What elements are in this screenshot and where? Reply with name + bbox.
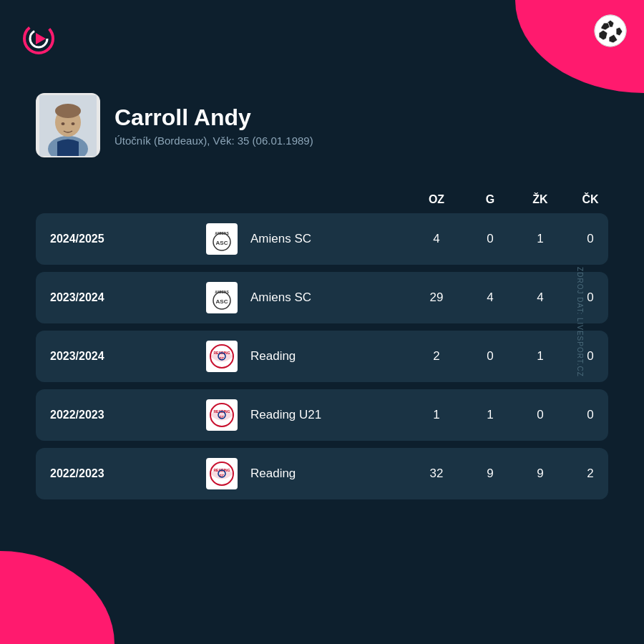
stat-ck: 0 <box>565 349 615 364</box>
player-name: Carroll Andy <box>114 104 313 131</box>
stat-g: 4 <box>465 291 515 305</box>
header-ck: ČK <box>565 193 615 206</box>
club-logo-reading-3: READING FC <box>206 458 238 489</box>
club-logo-amiens-2: AMIENS ASC <box>206 282 238 313</box>
stat-oz: 4 <box>408 232 465 246</box>
livesport-logo <box>20 20 57 57</box>
stat-oz: 2 <box>408 349 465 364</box>
season-label: 2023/2024 <box>50 291 193 304</box>
stat-oz: 29 <box>408 291 465 305</box>
header-logo <box>193 193 250 206</box>
stat-zk: 1 <box>515 232 565 246</box>
club-name: Reading <box>250 467 408 481</box>
stats-table: OZ G ŽK ČK 2024/2025 AMIENS ASC Amiens S… <box>36 193 608 507</box>
stat-zk: 1 <box>515 349 565 364</box>
stat-ck: 0 <box>565 291 615 305</box>
svg-marker-9 <box>36 33 46 44</box>
stat-oz: 1 <box>408 408 465 422</box>
header-oz: OZ <box>408 193 465 206</box>
club-logo-cell: READING FC <box>193 458 250 489</box>
header-g: G <box>465 193 515 206</box>
club-logo-reading-1: READING FC <box>206 341 238 372</box>
source-attribution: ZDROJ DAT: LIVESPORT.CZ <box>577 267 585 377</box>
svg-text:ASC: ASC <box>216 240 228 246</box>
club-name: Amiens SC <box>250 291 408 305</box>
season-label: 2022/2023 <box>50 467 193 480</box>
club-logo-amiens-1: AMIENS ASC <box>206 223 238 255</box>
table-row: 2023/2024 AMIENS ASC Amiens SC 29 4 4 0 <box>36 272 608 323</box>
season-label: 2023/2024 <box>50 350 193 363</box>
season-label: 2022/2023 <box>50 409 193 421</box>
bottom-left-decoration <box>0 551 114 644</box>
club-logo-reading-2: READING FC <box>206 399 238 431</box>
stat-ck: 0 <box>565 232 615 246</box>
stat-g: 0 <box>465 349 515 364</box>
header-zk: ŽK <box>515 193 565 206</box>
player-info: Carroll Andy Útočník (Bordeaux), Věk: 35… <box>114 104 313 146</box>
table-row: 2023/2024 READING FC Reading 2 0 1 0 <box>36 331 608 382</box>
stat-ck: 2 <box>565 467 615 481</box>
stat-g: 0 <box>465 232 515 246</box>
stat-oz: 32 <box>408 467 465 481</box>
player-header: Carroll Andy Útočník (Bordeaux), Věk: 35… <box>36 93 313 157</box>
svg-rect-20 <box>208 283 236 312</box>
table-row: 2024/2025 AMIENS ASC Amiens SC 4 0 1 0 <box>36 213 608 265</box>
club-logo-cell: AMIENS ASC <box>193 282 250 313</box>
svg-point-13 <box>55 104 81 118</box>
club-name: Reading <box>250 349 408 364</box>
header-club <box>250 193 408 206</box>
player-subtitle: Útočník (Bordeaux), Věk: 35 (06.01.1989) <box>114 135 313 147</box>
svg-point-14 <box>62 122 65 125</box>
club-name: Amiens SC <box>250 232 408 246</box>
top-right-decoration <box>515 0 644 93</box>
season-label: 2024/2025 <box>50 233 193 245</box>
table-row: 2022/2023 READING FC Reading U21 1 1 0 0 <box>36 389 608 441</box>
club-name: Reading U21 <box>250 408 408 422</box>
stat-zk: 4 <box>515 291 565 305</box>
svg-rect-16 <box>208 225 236 253</box>
svg-point-15 <box>72 122 75 125</box>
club-logo-cell: READING FC <box>193 341 250 372</box>
club-logo-cell: READING FC <box>193 399 250 431</box>
player-avatar <box>36 93 100 157</box>
stat-ck: 0 <box>565 408 615 422</box>
stat-zk: 0 <box>515 408 565 422</box>
club-logo-cell: AMIENS ASC <box>193 223 250 255</box>
stat-g: 1 <box>465 408 515 422</box>
stat-zk: 9 <box>515 467 565 481</box>
table-row: 2022/2023 READING FC Reading 32 9 9 2 <box>36 448 608 499</box>
soccer-ball-icon <box>592 13 628 49</box>
table-header: OZ G ŽK ČK <box>36 193 608 206</box>
header-season <box>50 193 193 206</box>
svg-text:ASC: ASC <box>216 298 228 305</box>
stat-g: 9 <box>465 467 515 481</box>
